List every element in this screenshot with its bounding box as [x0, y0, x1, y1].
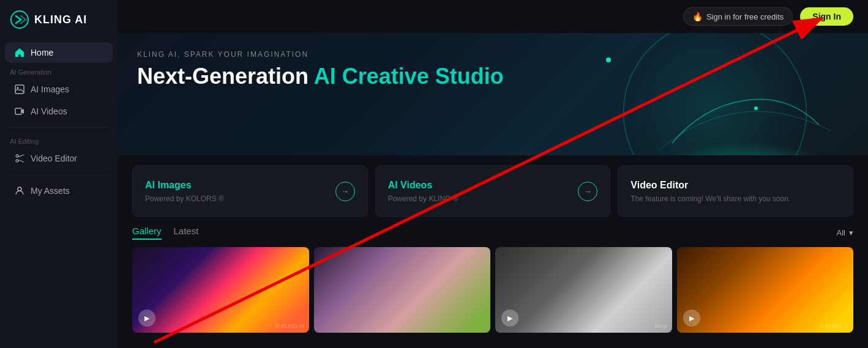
video-icon	[15, 106, 24, 116]
video-editor-card-title: Video Editor	[630, 180, 790, 191]
svg-point-9	[660, 113, 831, 155]
sidebar-divider-2	[10, 174, 108, 175]
hero-title: Next-Generation AI Creative Studio	[137, 64, 848, 89]
ai-videos-card-title: AI Videos	[388, 180, 458, 191]
ai-videos-card-arrow: →	[578, 182, 597, 201]
ai-images-card-arrow: →	[335, 182, 355, 201]
sidebar-item-my-assets[interactable]: My Assets	[5, 180, 113, 201]
ai-videos-card-content: AI Videos Powered by KLING ®	[388, 180, 458, 203]
hero-wave	[660, 82, 831, 155]
image-icon	[15, 84, 24, 94]
svg-line-7	[18, 160, 24, 163]
main-content: 🔥 Sign in for free credits Sign In	[118, 0, 868, 348]
sidebar-item-home[interactable]: Home	[5, 42, 113, 63]
watermark-dragon: © KLING AI	[820, 323, 848, 329]
svg-point-4	[16, 155, 18, 157]
scissors-icon	[15, 154, 24, 163]
sidebar-divider-1	[10, 127, 108, 128]
ai-images-card[interactable]: AI Images Powered by KOLORS ® →	[132, 165, 368, 217]
ai-videos-card[interactable]: AI Videos Powered by KLING ® →	[375, 165, 611, 217]
svg-point-8	[18, 187, 21, 191]
video-editor-card[interactable]: Video Editor The feature is coming! We'l…	[618, 165, 853, 217]
sidebar-video-editor-label: Video Editor	[31, 154, 77, 163]
gallery-tabs: Gallery Latest	[132, 226, 198, 240]
svg-line-6	[18, 155, 24, 157]
gallery-filter-dropdown[interactable]: All ▾	[837, 228, 853, 237]
svg-rect-3	[15, 108, 21, 114]
gallery-header: Gallery Latest All ▾	[132, 226, 853, 240]
play-button-dragon[interactable]: ▶	[683, 309, 700, 327]
sidebar-ai-videos-label: AI Videos	[31, 106, 67, 116]
hero-subtitle: KLING AI, SPARK YOUR IMAGINATION	[137, 50, 848, 59]
sidebar-home-label: Home	[31, 48, 53, 57]
gallery-filter-label: All	[837, 228, 845, 237]
hero-section: KLING AI, SPARK YOUR IMAGINATION Next-Ge…	[118, 33, 868, 155]
watermark-kitchen: Sony	[654, 323, 667, 329]
user-icon	[15, 186, 24, 196]
gallery-image-cat[interactable]	[314, 247, 491, 333]
play-button-kitchen[interactable]: ▶	[501, 309, 518, 327]
sidebar-ai-images-label: AI Images	[31, 84, 69, 94]
ai-videos-card-subtitle: Powered by KLING ®	[388, 194, 458, 203]
sign-in-free-credits-button[interactable]: 🔥 Sign in for free credits	[683, 7, 793, 26]
svg-rect-1	[15, 85, 24, 94]
sidebar-item-ai-images[interactable]: AI Images	[5, 79, 113, 100]
ai-images-card-content: AI Images Powered by KOLORS ®	[145, 180, 224, 203]
kling-logo-icon	[10, 10, 29, 29]
video-editor-card-content: Video Editor The feature is coming! We'l…	[630, 180, 790, 203]
gallery-images: ▶ © KLING AI ▶ Sony ▶ © KLING AI	[132, 247, 853, 333]
fire-icon: 🔥	[692, 12, 703, 21]
gallery-image-kitchen[interactable]: ▶ Sony	[495, 247, 672, 333]
video-editor-card-subtitle: The feature is coming! We'll share with …	[630, 194, 790, 203]
play-button-city[interactable]: ▶	[138, 309, 155, 327]
logo-area[interactable]: KLING AI	[0, 0, 118, 42]
sidebar-section-ai-editing: AI Editing	[0, 133, 118, 147]
chevron-down-icon: ▾	[849, 228, 853, 237]
ai-images-card-title: AI Images	[145, 180, 224, 191]
svg-point-5	[16, 160, 18, 162]
sidebar-my-assets-label: My Assets	[31, 186, 70, 196]
gallery-image-dragon[interactable]: ▶ © KLING AI	[677, 247, 854, 333]
sidebar-item-video-editor[interactable]: Video Editor	[5, 148, 113, 169]
sign-in-button[interactable]: Sign In	[800, 7, 853, 26]
cards-section: AI Images Powered by KOLORS ® → AI Video…	[118, 155, 868, 217]
home-icon	[15, 48, 24, 57]
logo-text: KLING AI	[34, 13, 87, 26]
watermark-city: © KLING AI	[275, 323, 304, 329]
ai-images-card-subtitle: Powered by KOLORS ®	[145, 194, 224, 203]
tab-latest[interactable]: Latest	[174, 226, 199, 240]
tab-gallery[interactable]: Gallery	[132, 226, 162, 240]
hero-title-cyan: AI Creative Studio	[314, 64, 504, 89]
gallery-section: Gallery Latest All ▾ ▶ © KLING AI ▶ Sony	[118, 217, 868, 333]
sign-in-free-label: Sign in for free credits	[706, 12, 784, 21]
sidebar-section-ai-generation: AI Generation	[0, 64, 118, 78]
sidebar-item-ai-videos[interactable]: AI Videos	[5, 101, 113, 122]
hero-title-white: Next-Generation	[137, 64, 314, 89]
sidebar: KLING AI Home AI Generation AI Images	[0, 0, 118, 348]
page-header: 🔥 Sign in for free credits Sign In	[118, 0, 868, 33]
gallery-image-city[interactable]: ▶ © KLING AI	[132, 247, 309, 333]
